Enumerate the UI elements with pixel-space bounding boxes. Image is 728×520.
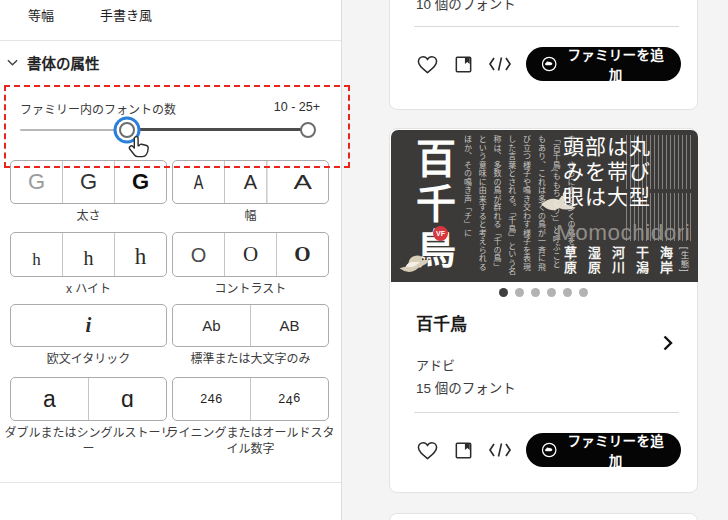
habitat-word: 草原 <box>563 246 576 276</box>
carousel-dot[interactable] <box>499 288 508 297</box>
chevron-right-icon[interactable] <box>663 335 673 355</box>
section-title: 書体の属性 <box>27 52 100 73</box>
filter-group-italic: i <box>10 304 167 347</box>
carousel-dot[interactable] <box>515 288 524 297</box>
width-group-label: 幅 <box>164 209 337 225</box>
creative-cloud-icon <box>541 55 557 73</box>
code-icon <box>488 56 512 72</box>
width-extended-option[interactable]: A <box>266 161 329 203</box>
figures-group-label: ライニングまたはオールドスタイル数字 <box>164 426 337 457</box>
slider-range-value: 10 - 25+ <box>274 100 320 114</box>
add-family-button[interactable]: ファミリーを追加 <box>526 47 681 81</box>
weight-bold-option[interactable]: G <box>114 161 166 203</box>
preview-habitat-words: 草原 湿原 河川 干潟 海岸 <box>563 246 672 276</box>
carousel-dot[interactable] <box>547 288 556 297</box>
favorite-button[interactable] <box>416 54 439 75</box>
code-icon <box>488 442 512 458</box>
oldstyle-digit: 4 <box>286 395 293 408</box>
font-count: 10 個のフォント <box>416 0 516 13</box>
section-typeface-properties[interactable]: 書体の属性 <box>7 52 100 73</box>
double-story-option[interactable]: a <box>11 378 88 420</box>
divider <box>0 482 341 483</box>
weight-group-label: 太さ <box>2 209 175 225</box>
lining-figures-option[interactable]: 246 <box>173 378 250 420</box>
all-caps-option[interactable]: AB <box>250 305 328 346</box>
preview-headline: 頭部は丸 みを帯び 眼は大型 <box>563 135 651 209</box>
width-condensed-option[interactable]: A <box>180 161 217 203</box>
oldstyle-digit: 6 <box>293 391 300 404</box>
filter-monospace[interactable]: 等幅 <box>28 5 54 24</box>
habitat-word: 湿原 <box>587 246 600 276</box>
preview-carousel-dots <box>390 288 697 297</box>
italic-group-label: 欧文イタリック <box>2 352 175 368</box>
embed-code-button[interactable] <box>488 442 512 458</box>
filter-group-width: A A A <box>172 160 329 204</box>
specimen-icon <box>453 54 474 75</box>
font-preview-image[interactable]: 百千鳥 VF また、さらに広く多くの鳥を指して「百千鳥(ももちどり)」と呼ぶこと… <box>391 130 698 282</box>
font-card-previous[interactable]: 10 個のフォント <box>389 0 698 110</box>
oldstyle-figures-option[interactable]: 246 <box>250 378 328 420</box>
divider <box>0 40 341 41</box>
slider-label: ファミリー内のフォントの数 <box>20 100 176 117</box>
xheight-low-option[interactable]: h <box>11 233 62 276</box>
filter-group-xheight: h h h <box>10 232 167 277</box>
slider-handle-max[interactable] <box>300 122 316 138</box>
add-family-label: ファミリーを追加 <box>565 430 666 470</box>
weight-regular-option[interactable]: G <box>62 161 114 203</box>
filter-group-figures: 246 246 <box>172 377 329 421</box>
filter-group-caps: Ab AB <box>172 304 329 347</box>
view-specimen-button[interactable] <box>453 54 474 75</box>
specimen-icon <box>453 440 474 461</box>
creative-cloud-icon <box>541 441 557 459</box>
embed-code-button[interactable] <box>488 56 512 72</box>
contrast-high-option[interactable]: O <box>276 233 328 276</box>
xheight-high-option[interactable]: h <box>114 233 166 276</box>
habitat-word: 海岸 <box>659 246 672 276</box>
slider-track-active[interactable] <box>127 128 308 131</box>
headline-line: みを帯び <box>563 160 651 185</box>
heart-icon <box>416 440 439 461</box>
divider <box>414 412 679 413</box>
carousel-dot[interactable] <box>579 288 588 297</box>
single-story-option[interactable]: ɑ <box>88 378 166 420</box>
weight-light-option[interactable]: G <box>11 161 62 203</box>
contrast-medium-option[interactable]: O <box>224 233 276 276</box>
filter-group-contrast: O O O <box>172 232 329 277</box>
carousel-dot[interactable] <box>531 288 540 297</box>
font-count: 15 個のフォント <box>416 377 516 397</box>
filter-handwriting[interactable]: 手書き風 <box>100 5 152 24</box>
font-card-momochidori[interactable]: 百千鳥 VF また、さらに広く多くの鳥を指して「百千鳥(ももちどり)」と呼ぶこと… <box>389 128 698 493</box>
oldstyle-digit: 2 <box>278 393 285 406</box>
variable-font-badge: VF <box>433 226 448 241</box>
contrast-low-option[interactable]: O <box>173 233 224 276</box>
foundry-name: アドビ <box>416 355 455 374</box>
add-family-button[interactable]: ファミリーを追加 <box>526 433 681 467</box>
add-family-label: ファミリーを追加 <box>565 44 666 84</box>
divider <box>414 26 679 27</box>
caps-group-label: 標準または大文字のみ <box>164 352 337 368</box>
xheight-group-label: x ハイト <box>2 282 175 298</box>
font-card-next[interactable] <box>389 513 698 520</box>
headline-line: 眼は大型 <box>563 185 651 210</box>
favorite-button[interactable] <box>416 440 439 461</box>
hand-cursor-icon <box>127 135 151 167</box>
preview-ecology-tag: [生態] <box>678 247 690 273</box>
heart-icon <box>416 54 439 75</box>
habitat-word: 河川 <box>611 246 624 276</box>
filter-group-story: a ɑ <box>10 377 167 421</box>
filters-sidebar: 等幅 手書き風 書体の属性 ファミリー内のフォントの数 G G G A A <box>0 0 342 520</box>
adobe-fonts-browse-screen: 等幅 手書き風 書体の属性 ファミリー内のフォントの数 G G G A A <box>0 0 728 520</box>
italic-option[interactable]: i <box>11 305 166 346</box>
mixed-case-option[interactable]: Ab <box>173 305 250 346</box>
view-specimen-button[interactable] <box>453 440 474 461</box>
family-title[interactable]: 百千鳥 <box>416 310 467 335</box>
carousel-dot[interactable] <box>563 288 572 297</box>
bird-illustration <box>395 248 431 280</box>
preview-latin-name: Momochidori <box>556 220 694 246</box>
contrast-group-label: コントラスト <box>164 282 337 298</box>
habitat-word: 干潟 <box>635 246 648 276</box>
xheight-medium-option[interactable]: h <box>62 233 114 276</box>
headline-line: 頭部は丸 <box>563 135 651 160</box>
story-group-label: ダブルまたはシングルストーリー <box>2 426 175 457</box>
chevron-down-icon <box>7 59 18 66</box>
